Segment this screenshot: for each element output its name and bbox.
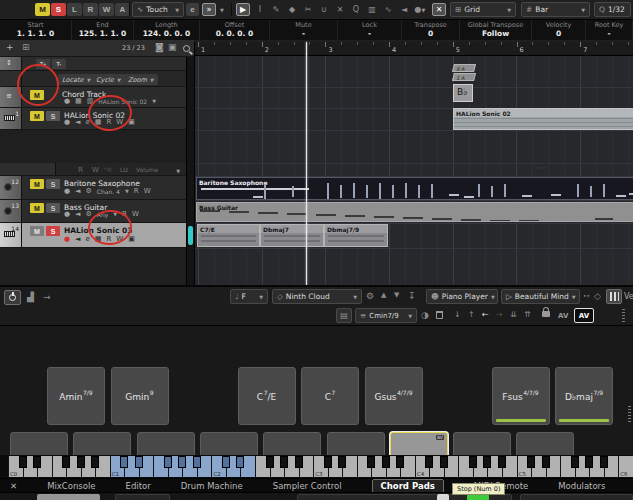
transport-display[interactable] [37,494,100,500]
midi-part-bass[interactable]: Bass Guitar [196,202,633,222]
lock-icon[interactable] [542,307,550,319]
diamond-icon[interactable]: ◇ [594,291,601,301]
cycle-menu[interactable]: Cycle▼ [92,74,125,85]
mute-all-button[interactable]: M [35,3,50,16]
monitor-icon[interactable]: ◄ [75,235,80,243]
object-selection-tool-icon[interactable]: ▶ [236,3,250,16]
piano-key-black[interactable] [585,456,593,468]
audition-tool-icon[interactable]: ◄ [397,4,411,16]
write-automation[interactable]: W [92,166,99,174]
tab-modulators[interactable]: Modulators [558,481,605,491]
piano-key-black[interactable] [33,456,41,468]
voicing-up-icon[interactable]: ⇈ [524,310,531,319]
piano-key-black[interactable] [295,456,303,468]
edit-channel-button[interactable]: e [186,3,199,16]
preset-previous-icon[interactable]: ▲ [381,291,386,299]
info-field-offset[interactable]: Offset0. 0. 0. 0 [200,20,270,40]
monitor-icon[interactable]: ◄ [75,118,80,126]
read-automation[interactable]: R [78,166,83,174]
chord-pad[interactable]: Gmin9 [111,367,169,425]
window-zones-icon[interactable]: ▣ [168,42,177,52]
root-key-dropdown[interactable]: ♩ F ▼ [230,289,268,304]
midi-part-chord[interactable]: C7/E [197,224,260,247]
piano-key-black[interactable] [193,456,201,468]
monitor-icon[interactable]: ◄ [75,187,80,195]
snap-on-off-icon[interactable]: ✕ [432,3,446,16]
monitor-icon[interactable]: ◄ [75,210,80,218]
quantize-dropdown[interactable]: Q 1/32 [594,2,631,17]
piano-key-black[interactable] [469,456,477,468]
circle-of-fifths-icon[interactable]: ◑ [421,310,429,320]
snap-type-dropdown[interactable]: ⊞ Grid ▼ [450,2,516,17]
scale-event[interactable]: 8 A [452,64,476,72]
info-field-velocity[interactable]: Velocity0 [532,20,586,40]
record-icon[interactable]: ● [64,97,70,105]
suspend-automation-button[interactable]: A [115,3,130,16]
piano-key-black[interactable] [600,456,608,468]
info-field-end[interactable]: End125. 1. 1. 0 [72,20,134,40]
piano-keyboard[interactable]: C0C1C2C3C4C5C6 [0,455,633,478]
autoscroll-icon[interactable]: » [202,3,216,16]
ruler-options-button[interactable]: T- [52,59,66,69]
record-enable-icon[interactable]: ● [64,235,70,243]
piano-key-black[interactable] [62,456,70,468]
pads-layout-icon[interactable]: ▟ [27,292,34,302]
chord-editor-dropdown[interactable]: ≡ Cmin7/9 ▼ [355,308,417,323]
solo-button[interactable]: S [46,179,60,189]
zoom-menu[interactable]: Zoom▼ [124,74,158,85]
timeline-ruler[interactable]: 1234567 [195,42,633,56]
info-field-start[interactable]: Start1. 1. 1. 0 [0,20,72,40]
scrollbar-thumb[interactable] [188,226,193,245]
read-all-button[interactable]: R [83,3,98,16]
comp-tool-icon[interactable]: ▥ [365,4,379,16]
info-field-root-key[interactable]: Root Key- [586,20,633,40]
close-lower-zone-button[interactable]: ✕ [10,481,17,491]
edit-channel-icon[interactable]: e [86,235,90,243]
solo-button[interactable]: S [46,111,60,121]
glue-tool-icon[interactable]: ∪ [317,4,331,16]
automation-handle-dots[interactable]: ···· [535,164,547,171]
draw-tool-icon[interactable]: ✎ [269,4,283,16]
piano-key-black[interactable] [338,456,346,468]
chord-assistant-icon[interactable]: ▤ [336,308,352,323]
piano-key-black[interactable] [542,456,550,468]
mute-tool-icon[interactable]: ✕ [333,4,347,16]
save-preset-icon[interactable]: ↧ [408,291,416,301]
record-enable-icon[interactable]: ● [64,210,70,218]
tab-chord-pads[interactable]: Chord Pads [372,479,444,493]
magnifier-icon[interactable] [183,44,190,54]
record-enable-icon[interactable]: ● [64,187,70,195]
add-track-icon[interactable]: + [6,42,14,52]
piano-key-black[interactable] [236,456,244,468]
autoscroll-options-chevron-icon[interactable]: ▼ [217,4,227,16]
piano-key-black[interactable] [527,456,535,468]
transpose-up-icon[interactable]: ↑ [468,310,475,319]
info-field-global-transpose[interactable]: Global TransposeFollow [460,20,532,40]
midi-part-baritone[interactable]: Baritone Saxophone [196,177,633,200]
shift-left-icon[interactable]: ← [482,310,489,319]
tab-mixconsole[interactable]: MixConsole [47,481,95,491]
info-field-length[interactable]: Length124. 0. 0. 0 [134,20,200,40]
chord-pad[interactable]: Gsus4/7/9 [365,367,423,425]
midi-part-halion-02[interactable]: HALion Sonic 02 [453,108,633,130]
scale-event[interactable]: 1 A [452,73,476,81]
grid-type-dropdown[interactable]: # Bar ▼ [521,2,590,17]
piano-key-black[interactable] [483,456,491,468]
listen-button[interactable]: L [67,3,82,16]
preset-next-icon[interactable]: ▼ [394,291,399,299]
range-selection-tool-icon[interactable]: I [253,4,267,16]
write-automation[interactable]: W [144,187,151,195]
solo-all-button[interactable]: S [51,3,66,16]
piano-key-black[interactable] [280,456,288,468]
tab-editor[interactable]: Editor [126,481,151,491]
transpose-down-icon[interactable]: ↓ [454,310,461,319]
chord-pad[interactable]: C7/E [238,367,296,425]
record-enable-icon[interactable]: ● [64,118,70,126]
color-tool-icon[interactable]: ●▼ [413,4,427,16]
piano-key-black[interactable] [120,456,128,468]
transport-module[interactable] [520,494,633,500]
piano-key-black[interactable] [324,456,332,468]
piano-key-black[interactable] [266,456,274,468]
automation-mode-dropdown[interactable]: ∿ Touch ▼ [132,2,184,17]
stop-button[interactable] [437,494,449,500]
